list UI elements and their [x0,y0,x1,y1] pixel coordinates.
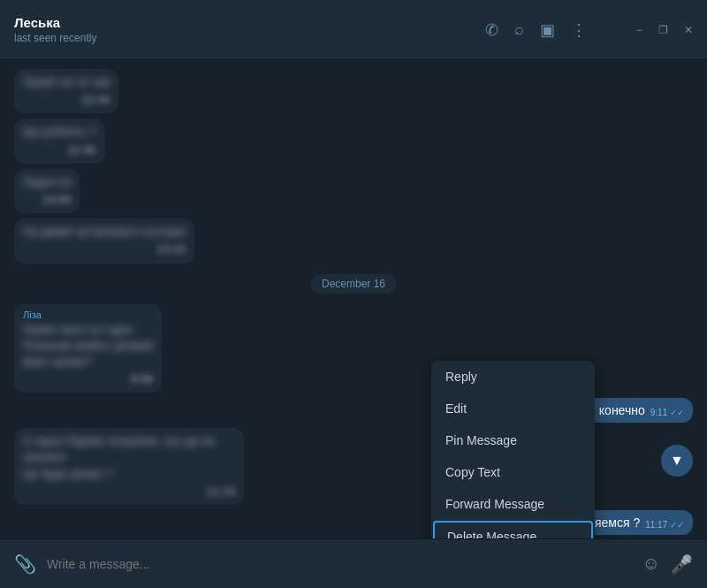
contact-name: Леська [14,15,485,30]
message-bubble: Ліза Привіт мені тут одинРозказав якийсь… [14,304,162,393]
date-badge: December 16 [311,274,396,294]
minimize-button[interactable]: − [636,24,642,36]
message-time: 12:45 [23,142,96,158]
context-menu-edit[interactable]: Edit [431,393,595,424]
chat-area: Привіт як ти там 12:34 Що роблять ? 12:4… [0,60,707,538]
scroll-to-bottom-button[interactable]: ▼ [661,445,693,477]
more-options-icon[interactable]: ⋮ [571,20,587,40]
message-time: 12:34 [23,92,110,108]
attach-icon[interactable]: 📎 [14,554,36,575]
maximize-button[interactable]: ❐ [658,24,668,36]
message-time: 11:17 ✓✓ [645,520,684,530]
message-time: 13:15 [23,241,186,257]
emoji-icon[interactable]: ☺ [642,554,660,574]
message-time: 11:14 [23,484,235,500]
context-menu-reply[interactable]: Reply [431,361,595,393]
message-row: Привіт як ти там 12:34 [14,69,693,113]
search-icon[interactable]: ⌕ [514,20,524,39]
message-bubble: Ладно ок 13:00 [14,169,80,213]
message-bubble: Що роблять ? 12:45 [14,118,105,163]
message-time: 9:11 ✓✓ [650,408,684,417]
message-row: Що роблять ? 12:45 [14,118,693,163]
message-bubble: Ну давай зустрінемся сьогодні 13:15 [14,218,194,263]
layout-icon[interactable]: ▣ [540,20,555,40]
title-bar: Леська last seen recently ✆ ⌕ ▣ ⋮ − ❐ ✕ [0,0,707,60]
input-bar: 📎 ☺ 🎤 [0,538,707,588]
message-bubble: Привіт як ти там 12:34 [14,69,118,113]
close-button[interactable]: ✕ [684,24,693,36]
title-bar-actions: ✆ ⌕ ▣ ⋮ − ❐ ✕ [485,20,693,40]
read-receipt: ✓✓ [670,408,684,417]
chevron-down-icon: ▼ [670,453,684,469]
read-receipt: ✓✓ [670,520,684,530]
message-time: 13:00 [23,192,71,208]
message-text: Ну давай зустрінемся сьогодні [23,224,186,240]
date-separator: December 16 [14,274,693,294]
sender-name: Ліза [23,309,153,320]
phone-icon[interactable]: ✆ [485,20,498,40]
context-menu-pin[interactable]: Pin Message [431,424,595,456]
context-menu-copy[interactable]: Copy Text [431,456,595,488]
contact-status: last seen recently [14,32,485,44]
message-time: 9:08 [23,371,153,387]
context-menu: Reply Edit Pin Message Copy Text Forward… [431,361,595,538]
message-row: Ладно ок 13:00 [14,169,693,213]
contact-info: Леська last seen recently [14,15,485,44]
context-menu-delete[interactable]: Delete Message [433,521,593,538]
message-row: Ну давай зустрінемся сьогодні 13:15 [14,218,693,263]
microphone-icon[interactable]: 🎤 [671,554,693,575]
message-text: Що роблять ? [23,124,96,140]
message-bubble: А зараз Підемо пограємо, ось де не грали… [14,428,244,505]
message-text: А зараз Підемо пограємо, ось де не грали… [23,433,235,482]
message-text: Ладно ок [23,174,71,190]
context-menu-forward[interactable]: Forward Message [431,488,595,520]
message-input[interactable] [47,557,632,571]
message-text: Привіт мені тут одинРозказав якийсь ціка… [23,322,153,370]
message-text: Привіт як ти там [23,74,110,90]
